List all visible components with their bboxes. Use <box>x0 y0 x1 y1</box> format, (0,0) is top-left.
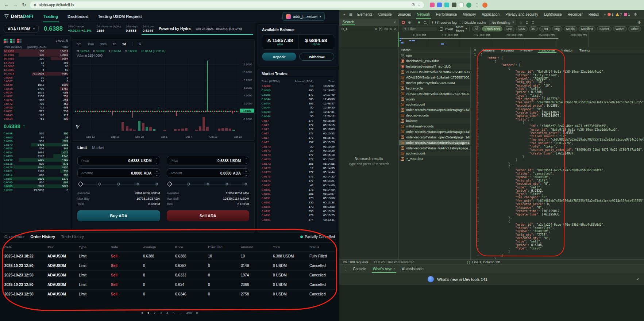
page-5[interactable]: 5 <box>173 311 174 315</box>
orderbook-row[interactable]: 0.6434761489 <box>4 117 68 121</box>
request-row[interactable]: {}hydra-cycle <box>399 85 470 91</box>
url-bar[interactable]: ⇅ alpha-app.deltadefi.io Ⓐ ☆ <box>30 1 424 8</box>
orderbook-row[interactable]: 80.790213010502 <box>4 53 68 57</box>
buy-percent-slider[interactable] <box>78 181 159 187</box>
devtools-tab-performance[interactable]: Performance <box>433 10 460 19</box>
device-toolbar-icon[interactable]: ▦ <box>349 12 352 16</box>
tradingview-logo[interactable]: ¶∕ <box>76 124 78 129</box>
orderbook-row[interactable]: 0.6476965624 <box>4 98 68 102</box>
page-498[interactable]: 498 <box>186 311 192 315</box>
orderbook-row[interactable]: 0.6607106 <box>4 79 68 83</box>
orderbook-row[interactable]: 30.78631203694 <box>4 57 68 61</box>
request-row[interactable]: {}ADAUSDM?interval=1d&start=1756857600..… <box>399 75 470 80</box>
table-row[interactable]: 2025-10-23 12:50ADAUSDMLimitSell00.63520… <box>4 261 335 270</box>
detail-tab-timing[interactable]: Timing <box>576 47 593 53</box>
name-column-header[interactable]: Name <box>399 47 470 53</box>
menu-kebab-icon[interactable]: ⋮ <box>474 3 480 7</box>
devtools-tab-application[interactable]: Application <box>479 10 502 19</box>
more-tabs-icon[interactable]: » <box>604 12 606 16</box>
order-type-tab-limit[interactable]: Limit <box>77 145 87 150</box>
page-4[interactable]: 4 <box>166 311 168 315</box>
orderbook-row[interactable]: 0.030319.56870 <box>4 188 68 192</box>
filter-pill-other[interactable]: Other <box>628 26 641 31</box>
orderbook-row[interactable]: 0.6472700453 <box>4 102 68 106</box>
filter-pill-wasm[interactable]: Wasm <box>613 26 627 31</box>
filter-pill-media[interactable]: Media <box>564 26 577 31</box>
request-row[interactable]: {}spot-account <box>399 102 470 107</box>
error-badge[interactable]: 6 <box>608 13 613 16</box>
orderbook-row[interactable]: 0.65141072698 <box>4 91 68 94</box>
extension-icon-4[interactable] <box>452 3 456 7</box>
drawer-tab-ai-assistance[interactable]: AI assistance <box>398 265 427 273</box>
request-row[interactable]: {}order-records?status=openOrder&page=1&… <box>399 107 470 113</box>
history-tab-order-history[interactable]: Order History <box>30 234 55 239</box>
request-row[interactable]: {}order-records?status=openOrder&page=1&… <box>399 129 470 134</box>
orderbook-row[interactable]: 0.6666106 <box>4 76 68 79</box>
book-view-bids-icon[interactable] <box>10 39 15 43</box>
block-icon[interactable]: ⊘ <box>393 27 396 31</box>
sell-percent-slider[interactable] <box>167 181 249 187</box>
buy-amount-input[interactable]: Amount0.0000ADA▴▾ <box>77 168 160 178</box>
detail-tab-preview[interactable]: Preview <box>517 47 536 53</box>
network-search-icon[interactable] <box>424 21 426 24</box>
timeframe-1d[interactable]: 1d <box>122 42 126 46</box>
import-har-icon[interactable]: ↥ <box>525 20 528 24</box>
filter-pill-socket[interactable]: Socket <box>597 26 612 31</box>
regex-icon[interactable]: (*) <box>379 27 382 31</box>
reload-icon[interactable]: ↻ <box>21 2 27 8</box>
export-har-icon[interactable]: ↧ <box>531 20 534 24</box>
book-view-asks-icon[interactable] <box>17 39 22 43</box>
request-row[interactable]: {}market-price?symbol=ADAUSDM <box>399 80 470 85</box>
clear-search-icon[interactable]: ⊗ <box>375 27 378 31</box>
orderbook-row[interactable]: 0.6388565360 <box>4 132 68 135</box>
network-settings-gear-icon[interactable]: ⚙ <box>638 20 641 24</box>
next-page-icon[interactable]: ▶ <box>196 311 198 314</box>
detail-tab-response[interactable]: Response <box>536 47 558 53</box>
orderbook-row[interactable]: 90.793315013618 <box>4 49 68 53</box>
request-row[interactable]: {}spot-account <box>399 151 470 156</box>
page-1[interactable]: 1 <box>147 311 149 315</box>
site-settings-icon[interactable]: ⇅ <box>34 3 36 7</box>
record-icon[interactable] <box>402 21 405 24</box>
extension-icon-1[interactable] <box>430 3 435 7</box>
extension-icon-2[interactable] <box>437 3 442 7</box>
prev-page-icon[interactable]: ◀ <box>141 311 143 314</box>
orderbook-row[interactable]: 0.61541092672 <box>4 150 68 154</box>
orderbook-row[interactable]: 0.651927001760 <box>4 87 68 91</box>
request-row[interactable]: ▦dashboard?_rsc=1ld0r <box>399 58 470 64</box>
clear-icon[interactable]: ⊘ <box>408 20 411 24</box>
nav-tab-testing-usdm-request[interactable]: Testing USDM Request <box>98 10 142 22</box>
pair-selector[interactable]: ADA / USDM ▾ <box>4 25 39 33</box>
orderbook-row[interactable]: 0.6455772498 <box>4 106 68 109</box>
book-view-both-icon[interactable] <box>4 39 8 43</box>
request-row[interactable]: {}order-records?status=openOrder&page=1&… <box>399 134 470 140</box>
devtools-tab-privacy-and-security[interactable]: Privacy and security <box>502 10 541 19</box>
orderbook-row[interactable]: 0.614972904482 <box>4 158 68 162</box>
orderbook-row[interactable]: 12.0000560 <box>4 68 68 72</box>
timeframe-1h[interactable]: 1h <box>112 42 116 46</box>
price-chart[interactable]: 12.000010.00008.00006.00004.00002.00000.… <box>72 58 254 131</box>
sell-price-input[interactable]: Price0.6388USDM▴▾ <box>167 156 250 165</box>
drawer-tab-what-s-new[interactable]: What's new× <box>370 265 399 273</box>
warning-badge[interactable]: 7 <box>616 13 622 16</box>
close-tab-icon[interactable]: × <box>393 267 395 271</box>
deposit-button[interactable]: Deposit <box>262 53 296 61</box>
devtools-tab-redux[interactable]: Redux <box>586 10 602 19</box>
request-row[interactable]: ▦testing-usd-request?_rsc=1ld0r <box>399 64 470 69</box>
throttling-select[interactable]: No throttling▾ <box>489 20 516 25</box>
translate-icon[interactable]: Ⓐ <box>412 3 415 7</box>
page-...[interactable]: ... <box>179 311 182 315</box>
bookmark-star-icon[interactable]: ☆ <box>417 3 420 7</box>
filter-funnel-icon[interactable]: ▼ <box>417 20 421 24</box>
close-search-icon[interactable]: × <box>394 20 396 24</box>
disable-cache-checkbox[interactable]: Disable cache <box>460 20 486 24</box>
account-avatar[interactable] <box>482 3 487 8</box>
network-timeline[interactable]: 50,000 ms100,000 ms150,000 ms200,000 ms2… <box>339 32 644 47</box>
withdraw-button[interactable]: Withdraw <box>299 53 334 61</box>
precision-selector[interactable]: 0.0001⇅ <box>56 39 68 42</box>
filter-pill-manifest[interactable]: Manifest <box>579 26 595 31</box>
request-row[interactable]: ▭rum <box>399 53 470 58</box>
drawer-tab-console[interactable]: Console <box>350 265 370 273</box>
orderbook-row[interactable]: 0.63669459 <box>4 135 68 139</box>
orderbook-row[interactable]: 0.608595765826 <box>4 184 68 188</box>
